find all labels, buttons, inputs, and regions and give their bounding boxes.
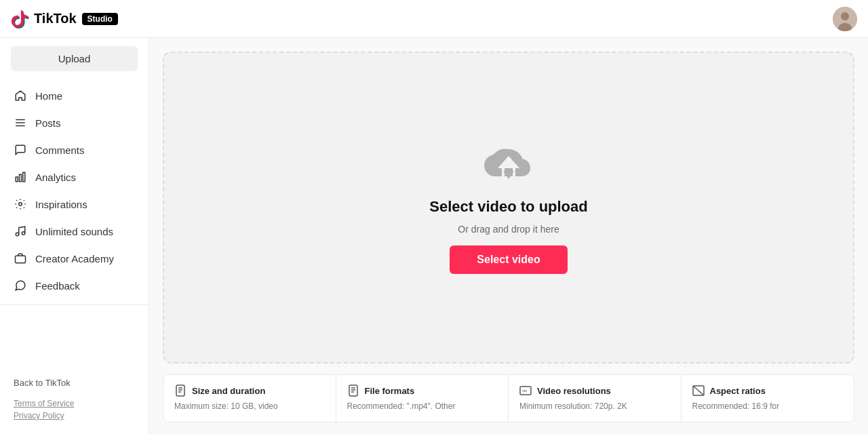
sidebar-item-creator-academy-label: Creator Academy: [35, 253, 114, 264]
svg-point-1: [841, 12, 849, 20]
sidebar-item-feedback-label: Feedback: [35, 280, 80, 292]
svg-line-26: [693, 386, 704, 395]
analytics-icon: [14, 170, 27, 184]
sidebar-footer: Back to TikTok Terms of Service Privacy …: [0, 367, 149, 426]
brand-name: TikTok: [34, 11, 77, 26]
size-duration-icon: [174, 384, 186, 397]
svg-point-11: [22, 232, 25, 235]
tiktok-logo: TikTok: [11, 9, 77, 28]
sidebar-item-inspirations-label: Inspirations: [35, 199, 87, 210]
info-card-video-resolutions: 720 Video resolutions Minimum resolution…: [509, 375, 682, 422]
sidebar-item-home-label: Home: [35, 90, 62, 102]
info-card-formats-header: File formats: [347, 384, 498, 397]
comments-icon: [14, 143, 27, 157]
upload-cloud-icon: [484, 141, 533, 190]
upload-drop-area[interactable]: Select video to upload Or drag and drop …: [163, 52, 854, 363]
header-left: TikTok Studio: [11, 9, 118, 28]
sidebar-item-comments[interactable]: Comments: [0, 136, 149, 163]
svg-text:720: 720: [522, 389, 527, 393]
aspect-ratios-icon: [692, 384, 705, 397]
video-resolutions-icon: 720: [519, 384, 532, 397]
info-cards: Size and duration Maximum size: 10 GB, v…: [163, 374, 854, 422]
svg-point-9: [19, 203, 22, 206]
info-card-aspect-ratios: Aspect ratios Recommended: 16:9 for: [682, 375, 854, 422]
home-icon: [14, 89, 27, 102]
sidebar-item-inspirations[interactable]: Inspirations: [0, 191, 149, 218]
svg-point-10: [16, 233, 19, 236]
info-card-resolutions-title: Video resolutions: [537, 386, 611, 396]
unlimited-sounds-icon: [14, 224, 27, 238]
sidebar-item-analytics-label: Analytics: [35, 172, 76, 183]
svg-rect-19: [349, 385, 357, 396]
sidebar: Upload Home Posts Comment: [0, 38, 149, 434]
sidebar-item-creator-academy[interactable]: Creator Academy: [0, 245, 149, 272]
sidebar-item-posts-label: Posts: [35, 117, 61, 129]
info-card-resolutions-header: 720 Video resolutions: [519, 384, 670, 397]
back-to-tiktok[interactable]: Back to TikTok: [14, 372, 135, 393]
sidebar-item-unlimited-sounds-label: Unlimited sounds: [35, 226, 113, 237]
svg-rect-12: [16, 256, 26, 263]
info-card-size-duration: Size and duration Maximum size: 10 GB, v…: [163, 375, 336, 422]
main-content: Select video to upload Or drag and drop …: [149, 38, 868, 434]
info-card-aspect-title: Aspect ratios: [710, 386, 766, 396]
sidebar-divider: [0, 304, 149, 305]
info-card-size-text: Maximum size: 10 GB, video: [174, 401, 325, 412]
sidebar-item-posts[interactable]: Posts: [0, 109, 149, 136]
posts-icon: [14, 116, 27, 130]
svg-rect-7: [20, 174, 22, 182]
sidebar-item-analytics[interactable]: Analytics: [0, 163, 149, 191]
creator-academy-icon: [14, 252, 27, 265]
footer-links: Terms of Service Privacy Policy: [14, 399, 135, 420]
info-card-size-header: Size and duration: [174, 384, 325, 397]
tiktok-brand-icon: [11, 9, 30, 28]
svg-rect-6: [16, 177, 18, 182]
info-card-resolutions-text: Minimum resolution: 720p. 2K: [519, 401, 670, 412]
main-layout: Upload Home Posts Comment: [0, 38, 868, 434]
sidebar-item-feedback[interactable]: Feedback: [0, 272, 149, 299]
feedback-icon: [14, 279, 27, 292]
info-card-size-title: Size and duration: [192, 386, 265, 396]
info-card-file-formats: File formats Recommended: ".mp4". Other: [336, 375, 509, 422]
upload-subtitle: Or drag and drop it here: [458, 224, 559, 235]
inspirations-icon: [14, 197, 27, 211]
svg-rect-15: [176, 385, 184, 396]
select-video-button[interactable]: Select video: [450, 245, 567, 274]
info-card-formats-title: File formats: [365, 386, 415, 396]
sidebar-item-home[interactable]: Home: [0, 82, 149, 109]
info-card-formats-text: Recommended: ".mp4". Other: [347, 401, 498, 412]
svg-rect-8: [23, 172, 25, 182]
file-formats-icon: [347, 384, 359, 397]
sidebar-nav: Home Posts Comments Ana: [0, 82, 149, 299]
info-card-aspect-header: Aspect ratios: [692, 384, 844, 397]
header: TikTok Studio: [0, 0, 868, 38]
info-card-aspect-text: Recommended: 16:9 for: [692, 401, 844, 412]
avatar[interactable]: [833, 7, 857, 31]
terms-of-service-link[interactable]: Terms of Service: [14, 399, 135, 408]
privacy-policy-link[interactable]: Privacy Policy: [14, 411, 135, 420]
upload-title: Select video to upload: [429, 198, 587, 216]
sidebar-item-unlimited-sounds[interactable]: Unlimited sounds: [0, 218, 149, 245]
studio-badge: Studio: [82, 13, 118, 25]
upload-button[interactable]: Upload: [11, 46, 138, 71]
sidebar-item-comments-label: Comments: [35, 144, 85, 156]
